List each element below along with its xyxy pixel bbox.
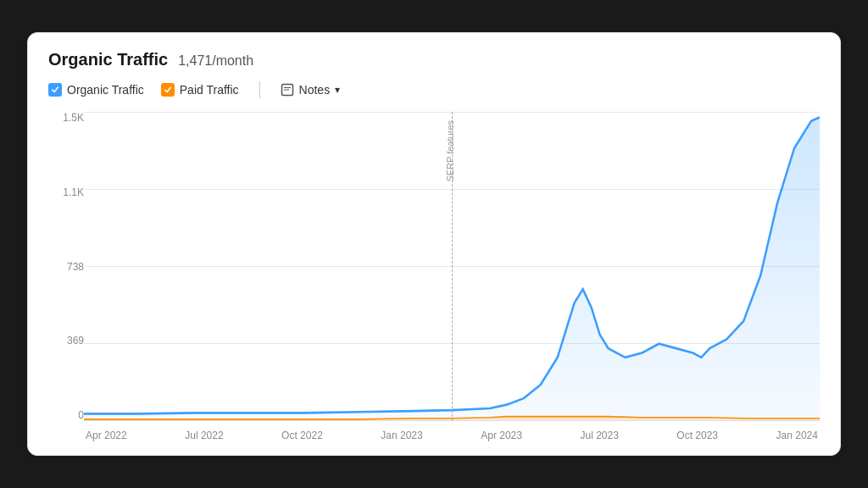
- serp-line: [452, 112, 453, 421]
- x-label-apr2023: Apr 2023: [481, 430, 522, 441]
- legend-row: Organic Traffic Paid Traffic Notes ▾: [48, 81, 820, 98]
- notes-label: Notes: [299, 83, 331, 97]
- chart-area: 1.5K 1.1K 738 369 0 SERP features: [48, 112, 820, 441]
- paid-label: Paid Traffic: [180, 83, 239, 97]
- legend-organic[interactable]: Organic Traffic: [48, 83, 144, 97]
- notes-icon: [281, 83, 294, 97]
- x-label-jan2024: Jan 2024: [776, 430, 818, 441]
- x-label-jul2023: Jul 2023: [580, 430, 618, 441]
- chart-inner: SERP features: [84, 112, 820, 441]
- legend-paid[interactable]: Paid Traffic: [161, 83, 239, 97]
- x-label-apr2022: Apr 2022: [86, 430, 127, 441]
- subtitle-value: 1,471/month: [178, 53, 253, 69]
- notes-button[interactable]: Notes ▾: [281, 83, 341, 97]
- y-label-2: 369: [67, 335, 84, 347]
- organic-label: Organic Traffic: [67, 83, 144, 97]
- main-card: Organic Traffic 1,471/month Organic Traf…: [27, 32, 841, 456]
- y-label-5: 1.5K: [63, 112, 84, 124]
- organic-checkbox: [48, 83, 62, 97]
- y-label-4: 1.1K: [63, 186, 84, 198]
- checkmark-icon-2: [164, 86, 172, 94]
- legend-divider: [259, 81, 260, 98]
- header-row: Organic Traffic 1,471/month: [48, 50, 820, 69]
- x-label-oct2022: Oct 2022: [281, 430, 323, 441]
- x-label-oct2023: Oct 2023: [676, 430, 718, 441]
- y-label-3: 738: [67, 261, 84, 273]
- x-axis-labels: Apr 2022 Jul 2022 Oct 2022 Jan 2023 Apr …: [84, 430, 820, 441]
- x-label-jan2023: Jan 2023: [381, 430, 422, 441]
- y-axis: 1.5K 1.1K 738 369 0: [48, 112, 84, 441]
- chevron-down-icon: ▾: [335, 84, 340, 96]
- y-label-1: 0: [78, 409, 84, 421]
- paid-checkbox: [161, 83, 175, 97]
- checkmark-icon: [51, 86, 59, 94]
- main-title: Organic Traffic: [48, 50, 168, 69]
- x-label-jul2022: Jul 2022: [185, 430, 223, 441]
